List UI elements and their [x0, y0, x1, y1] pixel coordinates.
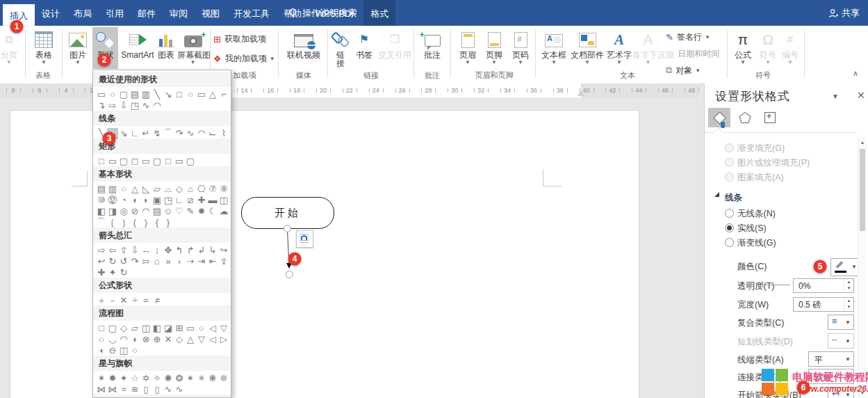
- shape-item[interactable]: ▯: [140, 384, 152, 395]
- ribbon-button-我的加载项[interactable]: ❖我的加载项▼: [213, 51, 275, 66]
- ribbon-button-交叉引用[interactable]: ❐交叉引用: [377, 27, 412, 69]
- shape-item[interactable]: ⋈: [107, 384, 118, 395]
- shape-item[interactable]: □: [96, 156, 107, 167]
- shape-item[interactable]: △: [185, 334, 196, 345]
- shape-item[interactable]: ＝: [140, 295, 152, 306]
- ribbon-button-签名行[interactable]: ✎签名行▼: [666, 29, 710, 45]
- collapse-ribbon-icon[interactable]: ∧: [853, 69, 858, 78]
- shape-item[interactable]: }: [163, 217, 174, 228]
- shape-item[interactable]: ◁: [207, 334, 218, 345]
- shape-item[interactable]: ⌒: [163, 128, 174, 139]
- shape-item[interactable]: ∿: [174, 384, 185, 395]
- ribbon-button-链接[interactable]: 链接: [330, 27, 351, 69]
- shape-item[interactable]: ↵: [140, 128, 152, 139]
- shape-item[interactable]: ▢: [185, 156, 196, 167]
- shape-item[interactable]: ⟯: [118, 217, 129, 228]
- panel-close-icon[interactable]: ✕: [857, 90, 865, 101]
- shape-item[interactable]: ＋: [96, 295, 107, 306]
- ribbon-button-获取加载项[interactable]: ⊞获取加载项: [213, 31, 266, 47]
- shape-item[interactable]: ): [140, 217, 152, 228]
- radio-渐变线(G)[interactable]: [725, 238, 734, 247]
- shape-item[interactable]: ◳: [129, 100, 140, 111]
- tab-布局[interactable]: 布局: [67, 0, 99, 26]
- ribbon-button-图片[interactable]: 图片▼: [65, 27, 91, 69]
- shape-item[interactable]: ✴: [185, 373, 196, 384]
- spin-input-宽度(W)[interactable]: 0.5 磅▲▼: [793, 297, 854, 312]
- ribbon-button-首字下沉[interactable]: A首字下沉▼: [632, 27, 664, 69]
- shape-item[interactable]: ✚: [96, 267, 107, 278]
- ribbon-button-艺术字[interactable]: A艺术字▼: [606, 27, 632, 69]
- shape-item[interactable]: ▢: [118, 156, 129, 167]
- shape-item[interactable]: －: [107, 295, 118, 306]
- shape-item[interactable]: ⇤: [207, 256, 218, 267]
- shape-item[interactable]: ◫: [118, 345, 129, 356]
- shape-item[interactable]: ∿: [185, 128, 196, 139]
- shape-item[interactable]: ✕: [118, 295, 129, 306]
- ribbon-button-文档部件[interactable]: 文档部件▼: [570, 27, 605, 69]
- shape-item[interactable]: ○: [185, 89, 196, 100]
- shape-item[interactable]: ❊: [218, 373, 229, 384]
- shape-item[interactable]: ⇥: [196, 256, 207, 267]
- shape-item[interactable]: ◠: [196, 128, 207, 139]
- tab-effects[interactable]: [734, 108, 756, 127]
- ribbon-button-对象[interactable]: ⧉对象▼: [666, 63, 701, 78]
- ribbon-button-符号[interactable]: Ω符号▼: [757, 27, 779, 69]
- shape-item[interactable]: ♡: [174, 206, 185, 217]
- shape-item[interactable]: ❋: [207, 373, 218, 384]
- shape-item[interactable]: ☁: [218, 206, 229, 217]
- ribbon-button-页码[interactable]: 页码▼: [507, 27, 534, 69]
- shape-item[interactable]: ≋: [129, 384, 140, 395]
- shape-item[interactable]: ↴: [96, 100, 107, 111]
- shape-item[interactable]: {: [152, 217, 163, 228]
- shape-item[interactable]: ›: [174, 256, 185, 267]
- shape-item[interactable]: ✦: [107, 267, 118, 278]
- shape-item[interactable]: ⊖: [107, 345, 118, 356]
- shape-item[interactable]: ▷: [218, 334, 229, 345]
- shape-item[interactable]: ✕: [163, 334, 174, 345]
- ribbon-button-SmartArt[interactable]: SmartArt: [120, 27, 156, 69]
- shape-item[interactable]: ○: [129, 345, 140, 356]
- tab-layout-properties[interactable]: [759, 108, 781, 127]
- shape-item[interactable]: □: [163, 156, 174, 167]
- panel-menu-caret-icon[interactable]: ▼: [832, 93, 839, 100]
- shape-item[interactable]: ▢: [152, 156, 163, 167]
- shape-item[interactable]: ∿: [140, 100, 152, 111]
- radio-渐变填充(G)[interactable]: [725, 143, 734, 152]
- shape-item[interactable]: ÷: [129, 295, 140, 306]
- ribbon-button-公式[interactable]: π公式▼: [730, 27, 756, 69]
- shape-item[interactable]: ↷: [129, 256, 140, 267]
- tell-me-search[interactable]: 操作说明搜索: [288, 0, 357, 26]
- spinner-buttons[interactable]: ▲▼: [844, 279, 853, 292]
- radio-图片或纹理填充(P)[interactable]: [725, 158, 734, 167]
- shape-item[interactable]: ↻: [118, 267, 129, 278]
- shape-item[interactable]: ⌂: [152, 256, 163, 267]
- ribbon-button-书签[interactable]: ⚑书签: [352, 27, 377, 69]
- shape-item[interactable]: □: [174, 89, 185, 100]
- shape-item[interactable]: ▽: [196, 334, 207, 345]
- shape-item[interactable]: ✸: [196, 206, 207, 217]
- tab-审阅[interactable]: 审阅: [163, 0, 195, 26]
- shape-item[interactable]: ⇘: [118, 128, 129, 139]
- shape-item[interactable]: (: [129, 217, 140, 228]
- ribbon-button-表格[interactable]: 表格▼: [28, 27, 60, 69]
- ribbon-button-文本框[interactable]: 文本框▼: [539, 27, 568, 69]
- section-collapse-icon[interactable]: [714, 192, 719, 197]
- shape-item[interactable]: ↯: [152, 128, 163, 139]
- shape-item[interactable]: ⇪: [218, 256, 229, 267]
- spinner-buttons[interactable]: ▲▼: [844, 298, 853, 311]
- dropdown-线端类型(A)[interactable]: 平▼: [808, 351, 854, 367]
- scroll-up-icon[interactable]: ▲: [858, 138, 867, 148]
- ribbon-button-页眉[interactable]: 页眉▼: [455, 27, 481, 69]
- transparency-slider-track[interactable]: [765, 285, 790, 285]
- shape-item[interactable]: ⌇: [218, 128, 229, 139]
- ribbon-button-日期和时间[interactable]: ▦日期和时间: [666, 46, 719, 61]
- shape-item[interactable]: △: [207, 89, 218, 100]
- shape-item[interactable]: ⌒: [96, 217, 107, 228]
- shape-item[interactable]: ◇: [174, 334, 185, 345]
- shape-item[interactable]: ◠: [152, 100, 163, 111]
- transparency-slider-handle[interactable]: [762, 281, 763, 287]
- share-button[interactable]: 共享: [828, 0, 860, 26]
- connector-start-handle[interactable]: [284, 225, 291, 232]
- dropdown-短划线类型(D)[interactable]: ╍▼: [828, 333, 854, 349]
- shape-item[interactable]: ⊗: [140, 334, 152, 345]
